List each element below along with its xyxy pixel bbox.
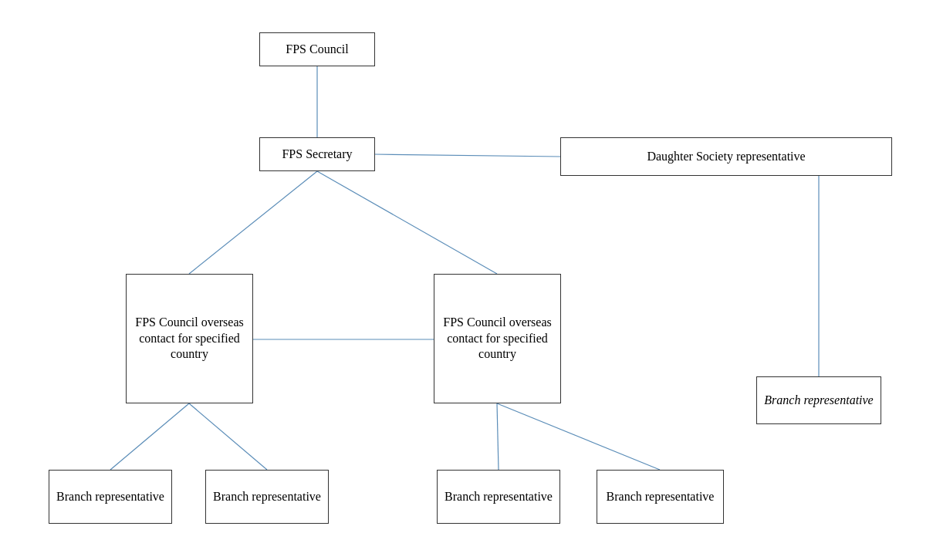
branch-rep-far-right-node: Branch representative: [756, 376, 881, 424]
daughter-society-label: Daughter Society representative: [647, 149, 805, 165]
svg-line-1: [375, 154, 560, 157]
fps-council-node: FPS Council: [259, 32, 375, 66]
fps-secretary-node: FPS Secretary: [259, 137, 375, 171]
fps-council-overseas-right-node: FPS Council overseas contact for specifi…: [434, 274, 561, 403]
svg-line-6: [110, 403, 189, 470]
branch-rep-4-label: Branch representative: [607, 489, 715, 505]
branch-rep-far-right-label: Branch representative: [764, 393, 873, 409]
fps-council-overseas-left-label: FPS Council overseas contact for specifi…: [127, 315, 252, 363]
svg-line-7: [189, 403, 267, 470]
fps-secretary-label: FPS Secretary: [282, 147, 352, 163]
branch-rep-1-node: Branch representative: [49, 470, 172, 524]
diagram-container: FPS Council FPS Secretary Daughter Socie…: [0, 0, 933, 560]
daughter-society-node: Daughter Society representative: [560, 137, 892, 176]
branch-rep-2-label: Branch representative: [213, 489, 321, 505]
svg-line-8: [497, 403, 499, 470]
branch-rep-2-node: Branch representative: [205, 470, 329, 524]
fps-council-label: FPS Council: [286, 42, 348, 58]
svg-line-9: [497, 403, 660, 470]
svg-line-3: [317, 171, 497, 274]
fps-council-overseas-right-label: FPS Council overseas contact for specifi…: [434, 315, 560, 363]
branch-rep-1-label: Branch representative: [56, 489, 164, 505]
fps-council-overseas-left-node: FPS Council overseas contact for specifi…: [126, 274, 253, 403]
branch-rep-3-node: Branch representative: [437, 470, 560, 524]
branch-rep-3-label: Branch representative: [445, 489, 553, 505]
svg-line-2: [189, 171, 317, 274]
branch-rep-4-node: Branch representative: [597, 470, 724, 524]
